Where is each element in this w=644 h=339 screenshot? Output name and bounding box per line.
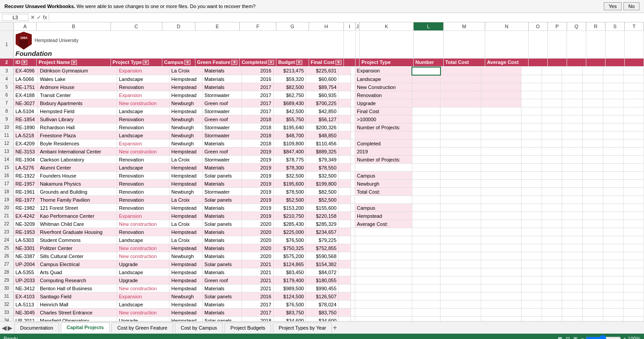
- cell-name[interactable]: Grounds and Building: [38, 188, 117, 196]
- cell-completed[interactable]: 2017: [242, 301, 273, 309]
- cell-id[interactable]: NE-3209: [13, 220, 38, 228]
- cell-completed[interactable]: 2019: [242, 180, 273, 188]
- cell-campus[interactable]: La Croix: [169, 156, 203, 164]
- cell-id[interactable]: UP-2033: [13, 276, 38, 284]
- cell-id[interactable]: LA-5218: [13, 131, 38, 140]
- cell-budget[interactable]: $124,500: [273, 292, 306, 301]
- cell-name[interactable]: Sills Cultural Center: [38, 252, 117, 260]
- cell-name[interactable]: Politzer Center: [38, 244, 117, 252]
- cell-completed[interactable]: 2019: [242, 188, 273, 196]
- cell-completed[interactable]: 2021: [242, 268, 273, 276]
- cell-campus[interactable]: La Croix: [169, 236, 203, 244]
- cell-budget[interactable]: $78,300: [273, 164, 306, 172]
- cell-campus[interactable]: Hempstead: [169, 164, 203, 172]
- cell-type[interactable]: New construction: [117, 252, 169, 260]
- layout-preview-icon[interactable]: ⊞: [573, 336, 577, 339]
- cell-name[interactable]: Alumni Center: [38, 164, 117, 172]
- cell-green[interactable]: Stormwater: [203, 91, 242, 99]
- cell-name[interactable]: Arts Quad: [38, 268, 117, 276]
- cell-type[interactable]: Landscape: [117, 107, 169, 115]
- cell-budget[interactable]: $82,500: [273, 83, 306, 91]
- cell-green[interactable]: Materials: [203, 244, 242, 252]
- cell-type[interactable]: Renovation: [117, 204, 169, 212]
- cell-campus[interactable]: Hempstead: [169, 107, 203, 115]
- cell-name[interactable]: Sullivan Library: [38, 115, 117, 123]
- cell-name[interactable]: 121 Forest Street: [38, 204, 117, 212]
- cell-id[interactable]: RE-1982: [13, 204, 38, 212]
- cell-completed[interactable]: 2017: [242, 83, 273, 91]
- cell-type[interactable]: New construction: [117, 244, 169, 252]
- cell-budget[interactable]: $124,865: [273, 260, 306, 268]
- cell-final[interactable]: $79,349: [306, 156, 339, 164]
- cell-name[interactable]: Wales Lake: [38, 75, 117, 83]
- cell-type[interactable]: New construction: [117, 99, 169, 107]
- cell-id[interactable]: LA-5276: [13, 164, 38, 172]
- cell-budget[interactable]: $83,750: [273, 309, 306, 317]
- cell-completed[interactable]: 2019: [242, 196, 273, 204]
- sheet-tab-project-budgets[interactable]: Project Budgets: [225, 322, 271, 333]
- cell-final[interactable]: $234,657: [306, 228, 339, 236]
- header-completed[interactable]: Completed▼: [240, 58, 276, 66]
- cell-completed[interactable]: 2020: [242, 220, 273, 228]
- cell-type[interactable]: Landscape: [117, 236, 169, 244]
- cell-green[interactable]: Materials: [203, 83, 242, 91]
- cell-type[interactable]: New construction: [117, 309, 169, 317]
- cell-completed[interactable]: 2018: [242, 115, 273, 123]
- cell-completed[interactable]: 2020: [242, 252, 273, 260]
- cell-completed[interactable]: 2019: [242, 172, 273, 180]
- cell-campus[interactable]: Newburgh: [169, 140, 203, 148]
- cell-final[interactable]: $52,500: [306, 196, 339, 204]
- cell-completed[interactable]: 2018: [242, 317, 273, 322]
- cell-name[interactable]: Transit Center: [38, 91, 117, 99]
- header-final-cost[interactable]: Final Cost▼: [309, 58, 343, 66]
- cell-green[interactable]: Materials: [203, 252, 242, 260]
- cell-id[interactable]: NE-3412: [13, 284, 38, 292]
- cell-green[interactable]: Materials: [203, 204, 242, 212]
- col-e[interactable]: E: [195, 22, 240, 30]
- cell-id[interactable]: RE-1904: [13, 156, 38, 164]
- cell-name[interactable]: Charles Street Entrance: [38, 309, 117, 317]
- col-j[interactable]: J: [356, 22, 360, 30]
- cell-campus[interactable]: Hempstead: [169, 228, 203, 236]
- cell-budget[interactable]: $76,500: [273, 301, 306, 309]
- cell-final[interactable]: $110,456: [306, 140, 339, 148]
- cell-name[interactable]: Whitman Child Care: [38, 220, 117, 228]
- cell-name[interactable]: Clarkson Laboratory: [38, 156, 117, 164]
- header-project-type[interactable]: Project Type▼: [110, 58, 162, 66]
- cell-final[interactable]: $180,055: [306, 276, 339, 284]
- header-project-name[interactable]: Project Name▼: [37, 58, 111, 66]
- col-f[interactable]: F: [240, 22, 276, 30]
- col-l[interactable]: L: [413, 22, 443, 30]
- cell-name[interactable]: Freestone Plaza: [38, 131, 117, 140]
- cell-completed[interactable]: 2020: [242, 228, 273, 236]
- cell-campus[interactable]: Hempstead: [169, 212, 203, 220]
- cell-id[interactable]: EX-4096: [13, 67, 38, 75]
- cell-campus[interactable]: Hempstead: [169, 204, 203, 212]
- cell-name[interactable]: Student Commons: [38, 236, 117, 244]
- cell-final[interactable]: $84,072: [306, 268, 339, 276]
- cell-final[interactable]: $225,631: [306, 67, 339, 75]
- col-i[interactable]: I: [343, 22, 355, 30]
- cell-green[interactable]: Materials: [203, 309, 242, 317]
- cell-final[interactable]: $83,750: [306, 309, 339, 317]
- cell-type[interactable]: Landscape: [117, 131, 169, 140]
- cell-type[interactable]: Upgrade: [117, 317, 169, 322]
- cell-budget[interactable]: $42,500: [273, 107, 306, 115]
- cell-final[interactable]: $42,850: [306, 107, 339, 115]
- cell-completed[interactable]: 2018: [242, 131, 273, 140]
- cell-completed[interactable]: 2021: [242, 260, 273, 268]
- cell-final[interactable]: $199,800: [306, 180, 339, 188]
- cell-name[interactable]: Thorne Family Pavilion: [38, 196, 117, 204]
- cell-final[interactable]: $34,600: [306, 317, 339, 322]
- cell-final[interactable]: $78,024: [306, 301, 339, 309]
- cell-final[interactable]: $700,225: [306, 99, 339, 107]
- cell-budget[interactable]: $210,750: [273, 212, 306, 220]
- cell-budget[interactable]: $32,500: [273, 172, 306, 180]
- cell-name[interactable]: Nakamura Physics: [38, 180, 117, 188]
- cell-completed[interactable]: 2016: [242, 75, 273, 83]
- cell-name[interactable]: Heinrich Mall: [38, 301, 117, 309]
- cell-campus[interactable]: Newburgh: [169, 188, 203, 196]
- cell-completed[interactable]: 2020: [242, 244, 273, 252]
- col-b[interactable]: B: [37, 22, 111, 30]
- cell-id[interactable]: LA-5355: [13, 268, 38, 276]
